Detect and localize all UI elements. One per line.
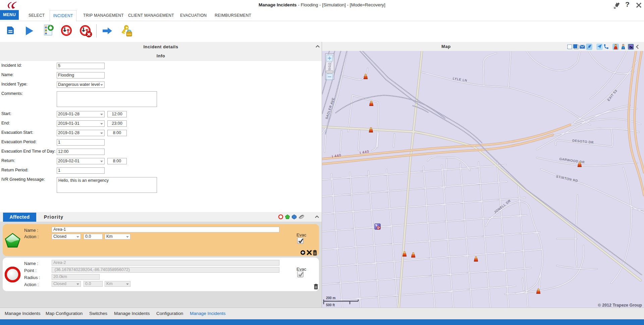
- svg-text:500 ft: 500 ft: [326, 303, 335, 307]
- svg-text:200 m: 200 m: [326, 296, 335, 300]
- svg-text:© 2012 Trapeze Group: © 2012 Trapeze Group: [598, 303, 642, 308]
